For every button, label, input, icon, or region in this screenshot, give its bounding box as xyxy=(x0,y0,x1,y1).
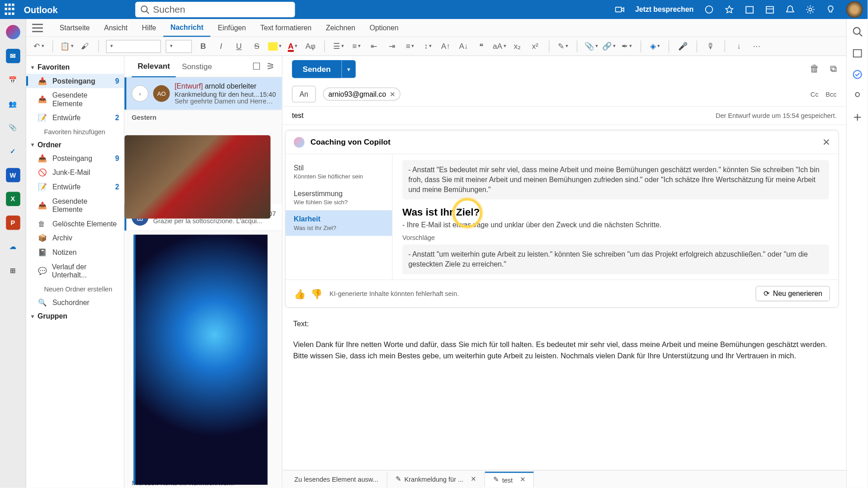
indent-button[interactable]: ⇥ xyxy=(386,40,399,53)
subject-input[interactable]: test xyxy=(292,111,303,119)
undo-button[interactable]: ↶ xyxy=(32,40,45,53)
delete-draft-icon[interactable]: 🗑 xyxy=(810,64,819,75)
more-ribbon-button[interactable]: ⋯ xyxy=(750,40,763,53)
hamburger-icon[interactable] xyxy=(32,23,43,32)
cc-button[interactable]: Cc xyxy=(811,90,819,98)
groups-section[interactable]: Gruppen xyxy=(26,310,124,323)
decrease-font-button[interactable]: A↓ xyxy=(457,40,470,53)
numbering-button[interactable]: ≡ xyxy=(350,40,363,53)
align-button[interactable]: ≡ xyxy=(403,40,416,53)
files-app-icon[interactable]: 📎 xyxy=(6,120,20,135)
add-favorite-link[interactable]: Favoriten hinzufügen xyxy=(26,125,124,138)
calendar-day-icon[interactable] xyxy=(745,5,755,14)
meet-now-button[interactable]: Jetzt besprechen xyxy=(635,5,693,14)
folder-archive[interactable]: 📦Archiv xyxy=(26,231,124,245)
italic-button[interactable]: I xyxy=(214,40,227,53)
close-tab-icon[interactable]: ✕ xyxy=(471,475,476,483)
folder-search[interactable]: 🔍Suchordner xyxy=(26,296,124,310)
tab-nachricht[interactable]: Nachricht xyxy=(163,19,211,37)
folders-section[interactable]: Ordner xyxy=(26,138,124,151)
mail-app-icon[interactable]: ✉ xyxy=(6,49,20,63)
excel-app-icon[interactable]: X xyxy=(6,192,20,206)
change-case-button[interactable]: aA xyxy=(493,40,506,53)
font-family-select[interactable] xyxy=(106,40,161,53)
tab-zeichnen[interactable]: Zeichnen xyxy=(319,19,363,37)
close-tab-icon[interactable]: ✕ xyxy=(520,476,525,483)
new-folder-link[interactable]: Neuen Ordner erstellen xyxy=(26,282,124,296)
word-app-icon[interactable]: W xyxy=(6,168,20,183)
download-button[interactable]: ↓ xyxy=(732,40,745,53)
copilot-option-stil[interactable]: Stil Könnten Sie höflicher sein xyxy=(285,159,392,185)
signature-button[interactable]: ✒ xyxy=(620,40,633,53)
draft-tab-2[interactable]: ✎test✕ xyxy=(485,471,534,487)
format-painter-button[interactable]: 🖌 xyxy=(78,40,91,53)
video-icon[interactable] xyxy=(615,5,624,14)
contacts-rail-icon[interactable] xyxy=(852,90,863,101)
account-avatar[interactable] xyxy=(846,1,863,18)
send-button[interactable]: Senden xyxy=(292,60,341,78)
popout-icon[interactable]: ⧉ xyxy=(830,64,836,75)
app-launcher-icon[interactable] xyxy=(5,4,17,15)
tab-startseite[interactable]: Startseite xyxy=(52,19,97,37)
folder-sent-2[interactable]: 📤Gesendete Elemente xyxy=(26,194,124,217)
bcc-button[interactable]: Bcc xyxy=(826,90,836,98)
folder-conversation[interactable]: 💬Verlauf der Unterhalt... xyxy=(26,260,124,282)
premium-icon[interactable] xyxy=(725,5,734,14)
teams-icon[interactable] xyxy=(704,5,714,14)
todo-app-icon[interactable]: ✓ xyxy=(6,144,20,159)
my-day-icon[interactable] xyxy=(765,5,774,14)
expand-icon[interactable]: › xyxy=(132,85,148,102)
favorites-section[interactable]: Favoriten xyxy=(26,61,124,74)
more-apps-icon[interactable]: ⊞ xyxy=(6,263,20,278)
close-panel-icon[interactable]: ✕ xyxy=(822,136,830,148)
onedrive-app-icon[interactable]: ☁ xyxy=(6,239,20,254)
spacing-button[interactable]: ↕ xyxy=(421,40,434,53)
calendar-app-icon[interactable]: 📅 xyxy=(6,73,20,87)
folder-sent[interactable]: 📤Gesendete Elemente xyxy=(26,88,124,111)
underline-button[interactable]: U xyxy=(232,40,245,53)
link-button[interactable]: 🔗 xyxy=(602,40,615,53)
people-app-icon[interactable]: 👥 xyxy=(6,97,20,111)
thumbs-up-icon[interactable]: 👍 xyxy=(294,288,306,299)
folder-notes[interactable]: 📓Notizen xyxy=(26,245,124,260)
mic-button[interactable]: 🎙 xyxy=(704,40,717,53)
font-color-button[interactable]: A xyxy=(286,40,299,53)
highlight-button[interactable] xyxy=(268,40,281,53)
add-rail-icon[interactable] xyxy=(852,112,863,123)
outdent-button[interactable]: ⇤ xyxy=(368,40,381,53)
message-item[interactable]: › AO [Entwurf] arnold oberleiter Krankme… xyxy=(124,77,282,110)
draft-tab-1[interactable]: ✎Krankmeldung für ...✕ xyxy=(387,471,485,487)
clear-format-button[interactable]: Aφ xyxy=(304,40,317,53)
copilot-app-icon[interactable] xyxy=(6,25,20,39)
select-all-icon[interactable]: ☐ xyxy=(252,61,260,72)
search-rail-icon[interactable] xyxy=(852,26,863,37)
strikethrough-button[interactable]: S xyxy=(250,40,264,53)
reading-tab[interactable]: Zu lesendes Element ausw... xyxy=(286,471,387,487)
tab-ansicht[interactable]: Ansicht xyxy=(97,19,135,37)
regenerate-button[interactable]: ⟳ Neu generieren xyxy=(756,286,830,301)
folder-drafts[interactable]: 📝Entwürfe2 xyxy=(26,111,124,125)
folder-inbox-2[interactable]: 📥Posteingang9 xyxy=(26,151,124,166)
paste-button[interactable]: 📋 xyxy=(60,40,73,53)
remove-recipient-icon[interactable]: ✕ xyxy=(390,90,395,98)
recipient-chip[interactable]: arnio93@gmail.co ✕ xyxy=(323,88,400,101)
styles-button[interactable]: ✎ xyxy=(557,40,570,53)
tab-einfuegen[interactable]: Einfügen xyxy=(211,19,253,37)
filter-icon[interactable]: ⚞ xyxy=(266,61,274,72)
folder-drafts-2[interactable]: 📝Entwürfe2 xyxy=(26,180,124,194)
send-options-button[interactable]: ▾ xyxy=(341,60,356,78)
tab-optionen[interactable]: Optionen xyxy=(363,19,406,37)
folder-deleted[interactable]: 🗑Gelöschte Elemente xyxy=(26,217,124,231)
subscript-button[interactable]: x₂ xyxy=(511,40,524,53)
attach-button[interactable]: 📎 xyxy=(585,40,598,53)
to-field-label[interactable]: An xyxy=(292,86,316,103)
tab-hilfe[interactable]: Hilfe xyxy=(135,19,163,37)
notifications-icon[interactable] xyxy=(785,5,795,14)
dictate-button[interactable]: 🎤 xyxy=(676,40,689,53)
copilot-ribbon-button[interactable]: ◈ xyxy=(648,40,661,53)
superscript-button[interactable]: x² xyxy=(528,40,542,53)
tips-icon[interactable] xyxy=(826,5,835,14)
task-rail-icon[interactable] xyxy=(852,69,863,80)
calendar-rail-icon[interactable] xyxy=(852,47,863,58)
focused-tab[interactable]: Relevant xyxy=(132,56,176,77)
